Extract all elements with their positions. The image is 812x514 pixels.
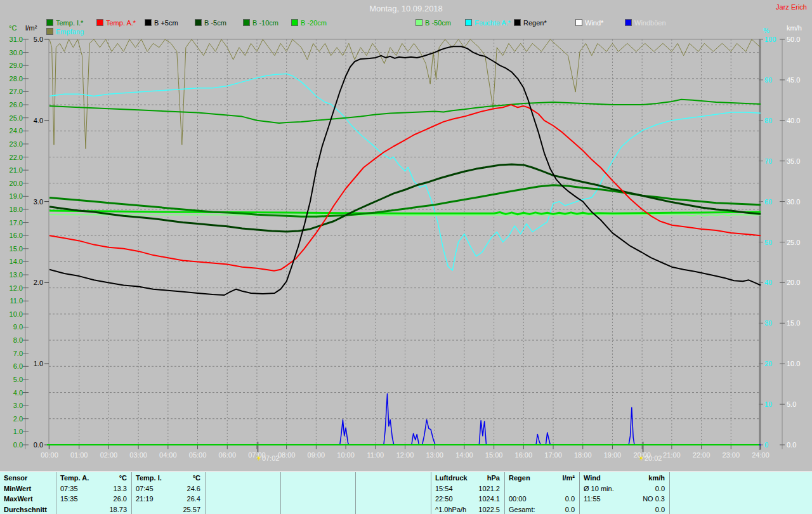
sunrise-marker: ☀07:02 <box>256 454 279 463</box>
column-unit: °C <box>119 473 127 484</box>
humidity-tick-label: 20 <box>764 360 772 367</box>
table-row <box>360 484 426 494</box>
table-row: 21:1926.4 <box>136 494 200 504</box>
hour-tick-label: 11:00 <box>367 451 384 459</box>
sunrise-icon: ☀ <box>256 454 262 462</box>
table-row: Temp. I.°C <box>136 473 200 484</box>
table-row-label: MaxWert <box>4 494 33 504</box>
table-row-label: Sensor <box>4 473 27 484</box>
celsius-tick-label: 18.0 <box>10 206 23 213</box>
column-unit: °C <box>193 473 200 484</box>
celsius-tick-label: 21.0 <box>10 166 23 174</box>
celsius-tick-label: 17.0 <box>10 219 23 227</box>
cell-value: 26.0 <box>114 494 127 504</box>
windspeed-tick-label: 30.0 <box>787 198 800 206</box>
cell-value: 13.3 <box>114 484 127 494</box>
cell-time: 15:54 <box>435 484 453 494</box>
rain-tick-label: 1.0 <box>34 360 43 367</box>
cell-value: 0.0 <box>565 504 575 514</box>
cell-value: 1022.5 <box>478 504 500 514</box>
celsius-tick-label: 23.0 <box>10 140 23 148</box>
table-row: 0.0 <box>584 504 665 514</box>
cell-time: Gesamt: <box>509 504 535 514</box>
table-row: Sensor <box>4 473 51 484</box>
hour-tick-label: 08:00 <box>278 451 296 459</box>
table-row: 00:000.0 <box>509 494 575 504</box>
cell-time: 11:55 <box>584 494 601 504</box>
column-unit: hPa <box>487 473 500 484</box>
table-row <box>674 504 808 514</box>
celsius-tick-label: 3.0 <box>13 402 23 409</box>
cell-time: 00:00 <box>509 494 527 504</box>
table-row: Regenl/m² <box>509 473 575 484</box>
table-row: Ø 10 min.0.0 <box>584 484 665 494</box>
table-row: 22:501024.1 <box>435 494 500 504</box>
sunrise-time: 07:02 <box>262 454 280 462</box>
table-row: 07:3513.3 <box>60 484 127 494</box>
celsius-tick-label: 7.0 <box>13 350 23 357</box>
celsius-tick-label: 13.0 <box>10 271 23 279</box>
cell-value: 0.0 <box>655 504 665 514</box>
windspeed-tick-label: 40.0 <box>787 117 800 124</box>
celsius-tick-label: 15.0 <box>10 245 23 253</box>
celsius-tick-label: 10.0 <box>10 310 23 318</box>
table-row <box>674 494 808 504</box>
column-unit: l/m² <box>562 473 575 484</box>
table-row: 18.73 <box>60 504 127 514</box>
cell-value: 1024.1 <box>478 494 500 504</box>
cell-time: 07:45 <box>136 484 154 494</box>
table-row: 15:3526.0 <box>60 494 127 504</box>
table-row: Temp. A.°C <box>60 473 127 484</box>
windspeed-tick-label: 35.0 <box>787 157 800 165</box>
table-row <box>360 494 426 504</box>
table-row: 07:4524.6 <box>136 484 200 494</box>
cell-time: 15:35 <box>60 494 78 504</box>
celsius-tick-label: 0.0 <box>13 441 23 449</box>
hour-tick-label: 03:00 <box>129 451 147 459</box>
celsius-tick-label: 14.0 <box>10 258 23 265</box>
hour-tick-label: 00:00 <box>41 451 58 459</box>
celsius-tick-label: 28.0 <box>10 75 23 82</box>
table-column-luftdruck: LuftdruckhPa15:541021.222:501024.1^1.0hP… <box>431 472 505 514</box>
table-row <box>285 504 351 514</box>
cell-value: 0.0 <box>565 494 575 504</box>
table-row: LuftdruckhPa <box>435 473 500 484</box>
celsius-tick-label: 5.0 <box>13 376 23 383</box>
celsius-tick-label: 22.0 <box>10 154 23 161</box>
windspeed-tick-label: 25.0 <box>787 239 800 246</box>
table-row <box>209 494 276 504</box>
cell-value: 25.57 <box>183 504 200 514</box>
hour-tick-label: 04:00 <box>159 451 177 459</box>
windspeed-tick-label: 45.0 <box>787 76 800 84</box>
hour-tick-label: 23:00 <box>723 451 740 459</box>
statistics-table: SensorMinWertMaxWertDurchschnittTemp. A.… <box>0 471 812 514</box>
humidity-tick-label: 10 <box>764 400 772 408</box>
rain-tick-label: 3.0 <box>34 198 43 206</box>
celsius-tick-label: 30.0 <box>10 49 23 56</box>
hour-tick-label: 09:00 <box>308 451 325 459</box>
table-row <box>209 504 276 514</box>
table-row: Windkm/h <box>584 473 665 484</box>
chart-canvas: 0.01.02.03.04.05.06.07.08.09.010.011.012… <box>0 0 812 471</box>
hour-tick-label: 01:00 <box>70 451 88 459</box>
column-header: Regen <box>509 473 530 484</box>
rain-tick-label: 4.0 <box>34 117 43 124</box>
rain-tick-label: 5.0 <box>34 36 43 43</box>
hour-tick-label: 19:00 <box>604 451 622 459</box>
hour-tick-label: 16:00 <box>515 451 533 459</box>
humidity-tick-label: 70 <box>764 157 772 165</box>
table-row: MaxWert <box>4 494 51 504</box>
hour-tick-label: 21:00 <box>663 451 681 459</box>
celsius-tick-label: 2.0 <box>13 415 23 423</box>
celsius-tick-label: 31.0 <box>10 36 23 43</box>
table-row-label: Durchschnitt <box>4 504 47 514</box>
windspeed-tick-label: 10.0 <box>787 360 800 367</box>
humidity-tick-label: 0 <box>764 441 768 449</box>
celsius-tick-label: 16.0 <box>10 232 23 239</box>
column-header: Wind <box>584 473 601 484</box>
cell-value: 26.4 <box>187 494 200 504</box>
table-column-wind: Windkm/hØ 10 min.0.011:55NO 0.30.0 <box>579 472 670 514</box>
humidity-tick-label: 30 <box>764 319 772 327</box>
hour-tick-label: 12:00 <box>396 451 414 459</box>
celsius-tick-label: 1.0 <box>13 428 23 435</box>
